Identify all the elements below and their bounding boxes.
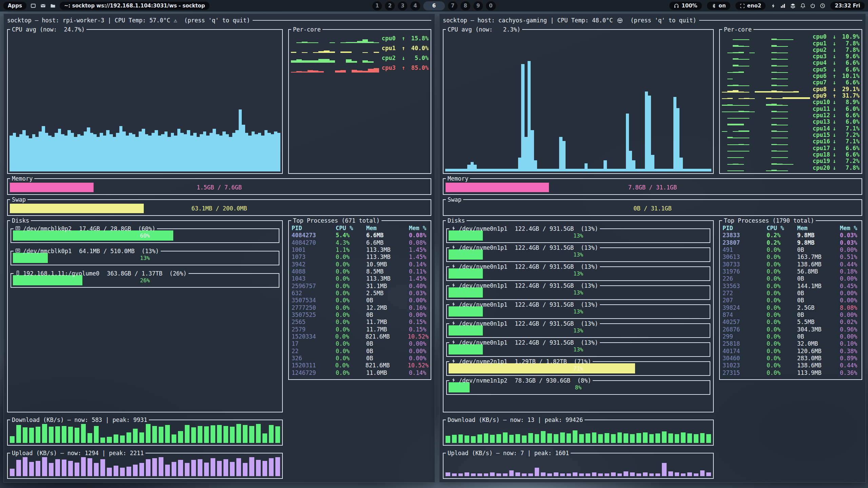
- cpu-percent: 0.0%: [336, 319, 366, 326]
- workspace-button-6[interactable]: 6: [423, 1, 445, 11]
- core-usage: 85.0%: [407, 64, 429, 72]
- bar: [100, 133, 103, 171]
- bar: [477, 434, 482, 443]
- bar: [87, 458, 92, 476]
- apps-label: Apps: [8, 3, 22, 9]
- bar: [318, 71, 324, 73]
- per-core-panel: Per-core cpu0↓10.9%cpu1↓7.8%cpu2↓7.8%cpu…: [719, 29, 862, 174]
- workspace-button-8[interactable]: 8: [460, 1, 470, 11]
- bar: [232, 133, 236, 171]
- bar: [630, 434, 635, 443]
- clock-history-icon[interactable]: [820, 3, 825, 8]
- bar: [114, 434, 118, 443]
- core-row: cpu0↑15.8%: [291, 34, 429, 43]
- terminal-window-left[interactable]: socktop — host: rpi-worker-3 | CPU Temp:…: [3, 14, 435, 483]
- core-row: cpu3↑85.0%: [291, 63, 429, 73]
- window-icon[interactable]: [31, 3, 36, 8]
- workspace-button-1[interactable]: 1: [372, 1, 382, 11]
- core-usage: 7.2%: [838, 131, 860, 139]
- core-usage: 9.6%: [838, 53, 860, 60]
- pid: 491: [723, 246, 767, 253]
- bar: [126, 432, 131, 443]
- volume-indicator[interactable]: 100%: [669, 2, 702, 10]
- terminal-window-right[interactable]: socktop — host: cachyos-gaming | CPU Tem…: [439, 14, 866, 483]
- apps-button[interactable]: Apps: [3, 2, 26, 10]
- workspace-button-4[interactable]: 4: [411, 1, 420, 11]
- network-indicator[interactable]: eno2: [735, 2, 766, 10]
- border-segment: [322, 29, 431, 30]
- bar: [55, 459, 60, 476]
- bar: [324, 59, 329, 63]
- bar: [9, 136, 13, 171]
- memory-usage-text: 7.8GB / 31.1GB: [446, 184, 860, 191]
- pid: 207: [723, 297, 767, 304]
- workspace-button-9[interactable]: 9: [473, 1, 483, 11]
- bar: [107, 437, 112, 443]
- bar: [706, 434, 711, 443]
- core-name: cpu17: [813, 145, 831, 152]
- disk-usage-label: 13%: [447, 308, 710, 315]
- bar: [598, 434, 603, 443]
- mail-icon[interactable]: [40, 3, 46, 8]
- bar: [275, 426, 280, 443]
- column-header: CPU %: [767, 225, 797, 232]
- power-profile-bolt-icon[interactable]: [771, 3, 776, 8]
- bar: [455, 169, 458, 171]
- bluetooth-indicator[interactable]: on: [707, 2, 730, 10]
- cpu-percent: 0.0%: [336, 275, 366, 282]
- layers-icon[interactable]: [790, 3, 796, 9]
- process-row: 4910.0%0B0.00%: [723, 246, 860, 253]
- memory-usage-text: 1.5GB / 7.6GB: [10, 184, 429, 191]
- bar: [308, 70, 313, 73]
- border-segment: [600, 323, 710, 324]
- bar: [689, 169, 692, 171]
- core-row: cpu1↓7.8%: [722, 40, 860, 46]
- bar: [55, 426, 60, 443]
- pid: 226: [723, 275, 767, 282]
- bar: [19, 134, 23, 171]
- core-trend-arrow: ↓: [833, 66, 836, 73]
- disk-usage: 122.4GB / 931.5GB (13%): [515, 339, 598, 346]
- mem: 11.7MB: [366, 326, 409, 333]
- resource-bars-icon[interactable]: [780, 3, 786, 8]
- bar: [64, 136, 68, 171]
- mem-percent: 0.15%: [409, 326, 429, 333]
- bar: [291, 72, 296, 73]
- disk-usage-label: 13%: [447, 327, 710, 334]
- bar: [49, 463, 54, 476]
- upload-panel: Upload (KB/s) — now: 7 | peak: 1601: [443, 453, 714, 479]
- per-core-list: cpu0↑15.8%cpu1↑40.0%cpu2↓5.0%cpu3↑85.0%: [291, 34, 429, 171]
- workspace-button-7[interactable]: 7: [448, 1, 457, 11]
- bar: [649, 473, 654, 476]
- notifications-bell-icon[interactable]: [800, 3, 806, 8]
- bar: [252, 131, 255, 171]
- bar: [152, 426, 157, 443]
- bar: [152, 133, 155, 171]
- top-bar: Apps ~: socktop ws://192.168.1.104:3031/…: [0, 0, 868, 12]
- bar: [679, 158, 683, 171]
- bar: [575, 169, 578, 171]
- cpu-avg-title: CPU avg (now: 24.7%): [10, 26, 86, 33]
- window-title-text: ~: socktop ws://192.168.1.104:3031/ws - …: [64, 3, 205, 9]
- border-segment: [600, 285, 710, 286]
- clock-indicator[interactable]: 23:32 Fri: [830, 2, 865, 10]
- bar: [22, 130, 26, 171]
- power-icon[interactable]: [810, 3, 815, 8]
- process-row: 402570.0%5.5MB0.02%: [723, 319, 860, 326]
- border-segment: [446, 304, 449, 305]
- core-usage: 15.8%: [407, 35, 429, 42]
- bar: [87, 433, 92, 443]
- bar: [81, 457, 86, 476]
- files-icon[interactable]: [50, 3, 56, 8]
- workspace-button-0[interactable]: 0: [486, 1, 495, 11]
- bar: [635, 169, 638, 171]
- mem: 11.7MB: [366, 319, 409, 326]
- bar: [324, 50, 329, 53]
- pid: 1001: [292, 246, 336, 253]
- bar: [42, 424, 47, 443]
- workspace-button-3[interactable]: 3: [398, 1, 407, 11]
- core-label: cpu19↓7.2%: [813, 158, 860, 165]
- workspace-button-2[interactable]: 2: [385, 1, 395, 11]
- mem: 113.3MB: [366, 253, 409, 261]
- focused-window-title[interactable]: ~: socktop ws://192.168.1.104:3031/ws - …: [60, 2, 210, 10]
